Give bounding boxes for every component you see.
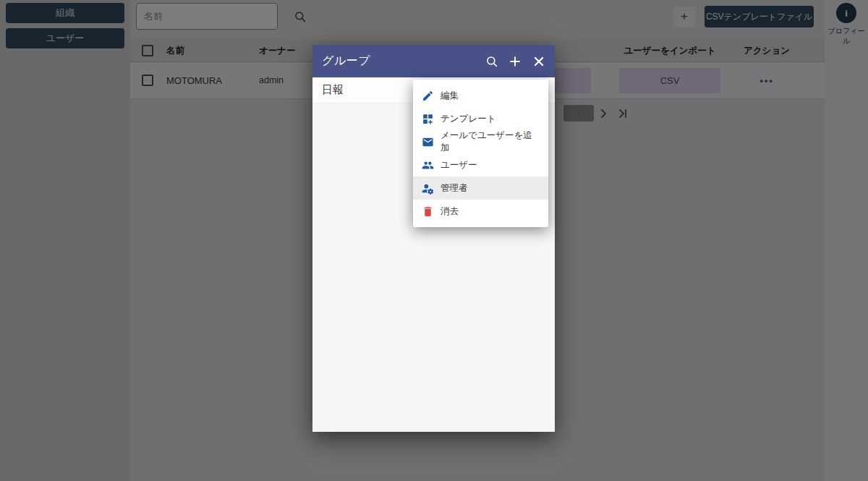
menu-item-label: 編集 <box>441 90 459 102</box>
menu-item-edit[interactable]: 編集 <box>413 84 548 107</box>
menu-item-label: 消去 <box>441 205 459 218</box>
users-icon <box>422 159 434 171</box>
context-menu: 編集 テンプレート メールでユーザーを追加 ユーザー 管理者 消去 <box>413 80 548 227</box>
menu-item-add-users-by-mail[interactable]: メールでユーザーを追加 <box>413 130 548 153</box>
template-icon <box>422 113 434 125</box>
modal-search-icon[interactable] <box>485 55 498 68</box>
modal-title: グループ <box>322 54 476 69</box>
menu-item-label: ユーザー <box>441 159 477 171</box>
trash-icon <box>422 205 434 218</box>
modal-add-icon[interactable] <box>508 54 522 69</box>
mail-icon <box>422 136 434 148</box>
menu-item-label: メールでユーザーを追加 <box>441 129 540 154</box>
group-list-item-label: 日報 <box>322 83 344 97</box>
menu-item-label: テンプレート <box>441 113 495 125</box>
menu-item-label: 管理者 <box>441 182 468 195</box>
menu-item-users[interactable]: ユーザー <box>413 153 548 176</box>
modal-close-icon[interactable] <box>532 54 546 69</box>
admin-settings-icon <box>422 182 434 195</box>
pencil-icon <box>422 90 434 102</box>
group-modal-header: グループ <box>312 45 555 77</box>
menu-item-administrators[interactable]: 管理者 <box>413 176 548 200</box>
menu-item-delete[interactable]: 消去 <box>413 200 548 223</box>
menu-item-template[interactable]: テンプレート <box>413 107 548 130</box>
